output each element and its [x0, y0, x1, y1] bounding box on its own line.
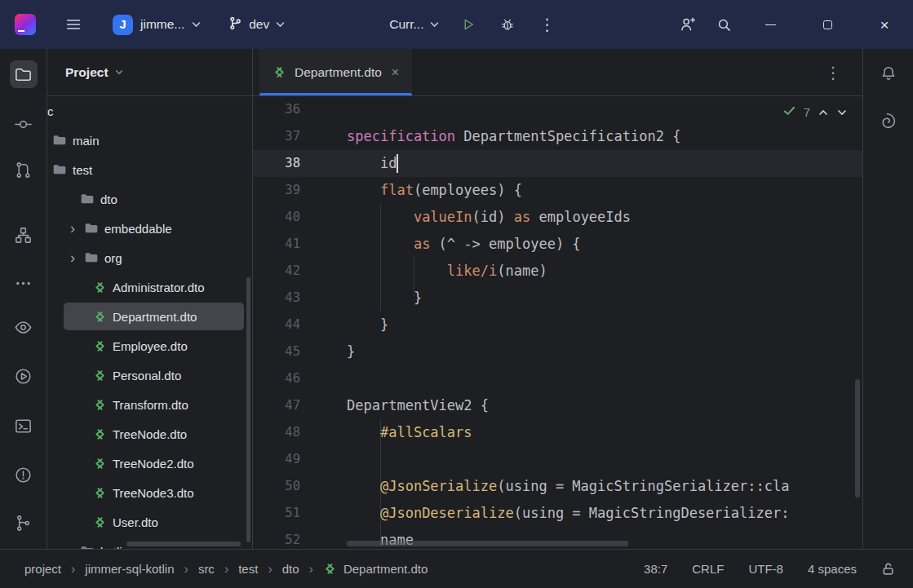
- cursor-position[interactable]: 38:7: [644, 562, 667, 576]
- breadcrumb-item-src[interactable]: src: [198, 562, 215, 576]
- code-line-43[interactable]: 43 }: [253, 285, 862, 312]
- dto-file-icon: [93, 398, 107, 412]
- code-line-45[interactable]: 45}: [253, 338, 862, 365]
- project-vertical-scrollbar[interactable]: [246, 277, 250, 542]
- breadcrumb-item-test[interactable]: test: [238, 562, 258, 576]
- tool-version-control-button[interactable]: [10, 509, 38, 537]
- code-line-39[interactable]: 39 flat(employees) {: [253, 177, 862, 204]
- project-panel-header[interactable]: Project: [47, 49, 252, 96]
- code-line-47[interactable]: 47DepartmentView2 {: [253, 392, 862, 419]
- search-everywhere-button[interactable]: [706, 8, 742, 41]
- line-number[interactable]: 40: [253, 204, 347, 231]
- code-line-40[interactable]: 40 valueIn(id) as employeeIds: [253, 204, 862, 231]
- tree-item-main[interactable]: main: [47, 126, 252, 155]
- indent-style[interactable]: 4 spaces: [808, 562, 857, 576]
- tree-item-transform-dto[interactable]: Transform.dto: [47, 390, 252, 419]
- line-number[interactable]: 47: [253, 392, 347, 419]
- line-number[interactable]: 50: [253, 473, 347, 500]
- minimize-button[interactable]: [742, 0, 799, 49]
- tool-project-button[interactable]: [10, 60, 38, 88]
- maximize-button[interactable]: [799, 0, 856, 49]
- line-number[interactable]: 45: [253, 338, 347, 365]
- tool-more-button[interactable]: [10, 269, 38, 297]
- editor-horizontal-scrollbar[interactable]: [347, 541, 628, 546]
- close-button[interactable]: ×: [856, 0, 913, 49]
- editor-vertical-scrollbar[interactable]: [855, 379, 860, 497]
- code-with-me-button[interactable]: [670, 8, 706, 41]
- tool-terminal-button[interactable]: [10, 412, 38, 440]
- chevron-up-icon[interactable]: [818, 107, 829, 118]
- line-number[interactable]: 52: [253, 527, 347, 549]
- more-actions-button[interactable]: ⋮: [529, 8, 565, 41]
- inspections-widget[interactable]: 7: [782, 104, 848, 121]
- code-line-46[interactable]: 46: [253, 365, 862, 392]
- tool-pull-requests-button[interactable]: [10, 156, 38, 183]
- code-line-50[interactable]: 50 @JsonSerialize(using = MagicStringSer…: [253, 473, 862, 500]
- tree-item-treenode3-dto[interactable]: TreeNode3.dto: [47, 478, 252, 507]
- code-editor[interactable]: 3637specification DepartmentSpecificatio…: [253, 96, 862, 549]
- tree-item-employee-dto[interactable]: Employee.dto: [47, 331, 252, 360]
- vcs-branch-button[interactable]: dev: [220, 8, 293, 41]
- code-line-44[interactable]: 44 }: [253, 312, 862, 338]
- chevron-right-icon[interactable]: ›: [67, 221, 78, 236]
- tree-item-dto[interactable]: dto: [47, 184, 252, 214]
- tree-item-c[interactable]: c: [47, 96, 252, 126]
- tab-options-button[interactable]: ⋮: [825, 64, 841, 81]
- line-number[interactable]: 37: [253, 123, 347, 150]
- project-selector[interactable]: J jimme...: [106, 8, 207, 41]
- breadcrumb-item-jimmer-sql-kotlin[interactable]: jimmer-sql-kotlin: [85, 562, 174, 576]
- code-line-48[interactable]: 48 #allScalars: [253, 419, 862, 446]
- line-number[interactable]: 48: [253, 419, 347, 446]
- chevron-down-icon[interactable]: [836, 107, 848, 118]
- line-number[interactable]: 44: [253, 312, 347, 338]
- line-number[interactable]: 39: [253, 177, 347, 204]
- line-number[interactable]: 46: [253, 365, 347, 392]
- chevron-right-icon[interactable]: ›: [67, 250, 78, 265]
- tool-structure-button[interactable]: [10, 221, 38, 249]
- tree-item-org[interactable]: ›org: [47, 243, 252, 272]
- tree-item-treenode2-dto[interactable]: TreeNode2.dto: [47, 449, 252, 478]
- tree-item-department-dto[interactable]: Department.dto: [47, 302, 252, 331]
- breadcrumb-item-department-dto[interactable]: Department.dto: [343, 562, 428, 576]
- tree-item-test[interactable]: test: [47, 155, 252, 184]
- tab-close-icon[interactable]: ×: [392, 66, 399, 79]
- line-number[interactable]: 36: [253, 96, 347, 123]
- tool-commit-button[interactable]: [10, 110, 38, 138]
- breadcrumb-item-dto[interactable]: dto: [282, 562, 299, 576]
- file-encoding[interactable]: UTF-8: [748, 562, 783, 576]
- ai-assistant-button[interactable]: [874, 106, 903, 135]
- tab-department-dto[interactable]: Department.dto ×: [259, 49, 412, 95]
- line-number[interactable]: 51: [253, 500, 347, 527]
- tool-services-button[interactable]: [10, 362, 38, 390]
- debug-button[interactable]: [490, 8, 525, 41]
- project-horizontal-scrollbar[interactable]: [126, 542, 241, 546]
- kebab-icon: ⋮: [538, 16, 555, 33]
- line-number[interactable]: 42: [253, 258, 347, 285]
- tree-item-personal-dto[interactable]: Personal.dto: [47, 360, 252, 390]
- tree-item-treenode-dto[interactable]: TreeNode.dto: [47, 419, 252, 449]
- tool-problems-button[interactable]: [10, 461, 38, 489]
- code-line-36[interactable]: 36: [253, 96, 862, 123]
- code-line-41[interactable]: 41 as (^ -> employee) {: [253, 231, 862, 258]
- code-line-49[interactable]: 49: [253, 446, 862, 473]
- code-line-38[interactable]: 38 id: [253, 150, 862, 177]
- tree-item-user-dto[interactable]: User.dto: [47, 507, 252, 537]
- breadcrumb-item-project[interactable]: project: [24, 562, 61, 576]
- code-line-51[interactable]: 51 @JsonDeserialize(using = MagicStringD…: [253, 500, 862, 527]
- tree-item-embeddable[interactable]: ›embeddable: [47, 214, 252, 243]
- tree-item-administrator-dto[interactable]: Administrator.dto: [47, 272, 252, 302]
- readonly-lock-icon[interactable]: [881, 562, 895, 576]
- tool-preview-button[interactable]: [10, 313, 38, 341]
- line-separator[interactable]: CRLF: [692, 562, 724, 576]
- line-number[interactable]: 49: [253, 446, 347, 473]
- notifications-button[interactable]: [874, 59, 903, 88]
- line-number[interactable]: 43: [253, 285, 347, 312]
- code-line-37[interactable]: 37specification DepartmentSpecification2…: [253, 123, 862, 150]
- run-config-selector[interactable]: Curr...: [381, 8, 447, 41]
- main-menu-button[interactable]: [55, 8, 91, 41]
- line-number[interactable]: 41: [253, 231, 347, 258]
- chevron-down-icon: [276, 21, 285, 28]
- run-button[interactable]: [450, 8, 486, 41]
- code-line-42[interactable]: 42 like/i(name): [253, 258, 862, 285]
- line-number[interactable]: 38: [253, 150, 347, 177]
